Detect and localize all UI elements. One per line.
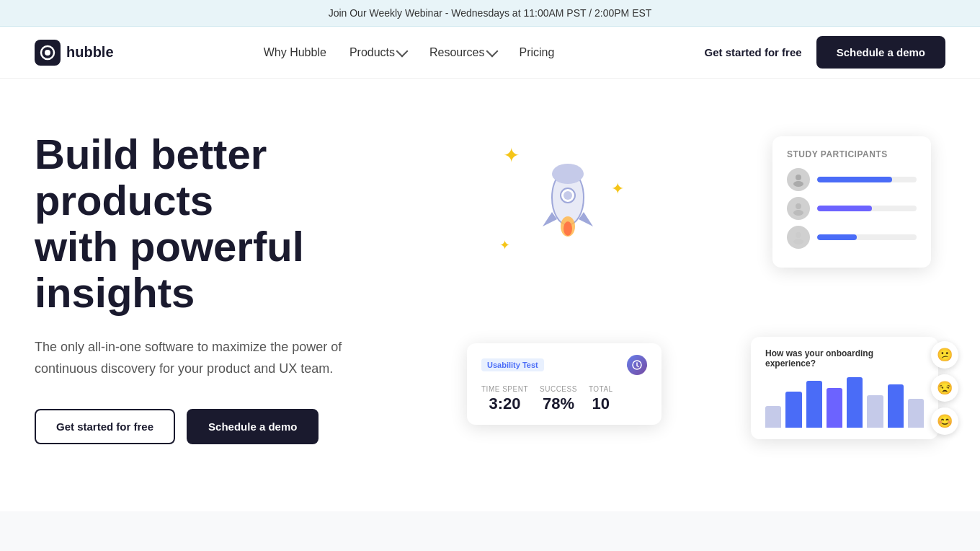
participant-bar-fill-1 (817, 177, 892, 182)
usability-test-card: Usability Test TIME SPENT 3:20 SUCCESS 7… (467, 343, 662, 425)
nav-item-pricing[interactable]: Pricing (520, 46, 555, 59)
announcement-bar: Join Our Weekly Webinar - Wednesdays at … (0, 0, 980, 27)
participant-avatar-3 (787, 226, 810, 249)
participant-bar-fill-2 (817, 206, 872, 211)
study-participants-title: Study Participants (787, 149, 917, 159)
onboarding-card: How was your onboarding experience? 😕 😒 … (751, 337, 938, 439)
nav-link-pricing[interactable]: Pricing (520, 46, 555, 59)
logo-icon (35, 40, 61, 66)
nav-item-products[interactable]: Products (349, 46, 406, 59)
chart-bar-4 (827, 388, 842, 428)
participant-bar-bg-3 (817, 234, 917, 240)
svg-point-7 (564, 221, 572, 236)
hero-content: Build better products with powerful insi… (35, 131, 453, 444)
nav-schedule-demo-button[interactable]: Schedule a demo (816, 36, 945, 69)
svg-point-12 (796, 232, 801, 238)
rocket-icon (525, 158, 611, 244)
svg-point-8 (796, 175, 801, 180)
emoji-confused: 😕 (931, 341, 958, 369)
svg-point-11 (793, 210, 803, 216)
star-icon-1: ✦ (503, 144, 520, 167)
bottom-section: World-class product teams partner with H… (0, 511, 980, 551)
participant-row-2 (787, 197, 917, 220)
usability-tag: Usability Test (481, 358, 544, 371)
svg-point-9 (793, 181, 803, 187)
study-participants-card: Study Participants (772, 136, 931, 268)
chart-bar-7 (888, 384, 904, 428)
hero-title: Build better products with powerful insi… (35, 131, 453, 315)
chart-bar-1 (765, 406, 781, 428)
products-chevron-icon (396, 45, 409, 57)
usability-metrics: TIME SPENT 3:20 SUCCESS 78% TOTAL 10 (481, 385, 647, 413)
participant-avatar-1 (787, 168, 810, 191)
usability-card-header: Usability Test (481, 355, 647, 375)
nav-item-why-hubble[interactable]: Why Hubble (264, 46, 326, 59)
star-icon-3: ✦ (499, 237, 510, 253)
hero-illustration: ✦ ✦ ✦ Study Participants (453, 122, 945, 454)
logo-text: hubble (66, 44, 114, 61)
usability-icon (627, 355, 647, 375)
participant-bar-fill-3 (817, 234, 857, 240)
participant-bar-bg-1 (817, 177, 917, 182)
participant-bar-bg-2 (817, 206, 917, 211)
resources-chevron-icon (486, 45, 498, 57)
metric-success: SUCCESS 78% (540, 385, 577, 413)
svg-point-5 (564, 191, 572, 200)
nav-item-resources[interactable]: Resources (429, 46, 496, 59)
metric-time-spent: TIME SPENT 3:20 (481, 385, 528, 413)
chart-bar-6 (867, 395, 883, 428)
chart-bar-8 (908, 399, 924, 428)
emoji-happy: 😊 (931, 407, 958, 435)
emoji-reactions: 😕 😒 😊 (931, 341, 958, 435)
hero-get-started-button[interactable]: Get started for free (35, 409, 175, 444)
nav-actions: Get started for free Schedule a demo (705, 36, 945, 69)
hero-schedule-demo-button[interactable]: Schedule a demo (187, 409, 318, 444)
participant-row-1 (787, 168, 917, 191)
nav-link-why-hubble[interactable]: Why Hubble (264, 46, 326, 59)
nav-link-products[interactable]: Products (349, 46, 406, 59)
nav-links: Why Hubble Products Resources Pricing (264, 46, 555, 59)
svg-point-13 (793, 239, 803, 244)
svg-point-1 (45, 50, 50, 56)
chart-bar-5 (847, 377, 863, 428)
onboarding-card-title: How was your onboarding experience? (765, 348, 924, 369)
announcement-text: Join Our Weekly Webinar - Wednesdays at … (329, 7, 652, 19)
hero-buttons: Get started for free Schedule a demo (35, 409, 453, 444)
star-icon-2: ✦ (611, 180, 624, 198)
main-nav: hubble Why Hubble Products Resources Pri… (0, 27, 980, 79)
hero-description: The only all-in-one software to maximize… (35, 336, 380, 380)
nav-get-started-button[interactable]: Get started for free (705, 40, 802, 64)
nav-link-resources[interactable]: Resources (429, 46, 496, 59)
chart-bar-3 (806, 381, 822, 428)
participant-row-3 (787, 226, 917, 249)
participant-avatar-2 (787, 197, 810, 220)
svg-point-3 (552, 164, 584, 184)
metric-total: TOTAL 10 (589, 385, 613, 413)
chart-bar-2 (785, 392, 801, 428)
hero-section: Build better products with powerful insi… (0, 79, 980, 511)
svg-point-10 (796, 203, 801, 209)
rocket-decoration: ✦ ✦ ✦ (496, 144, 640, 288)
emoji-neutral: 😒 (931, 374, 958, 402)
onboarding-chart (765, 377, 924, 428)
logo-link[interactable]: hubble (35, 40, 114, 66)
